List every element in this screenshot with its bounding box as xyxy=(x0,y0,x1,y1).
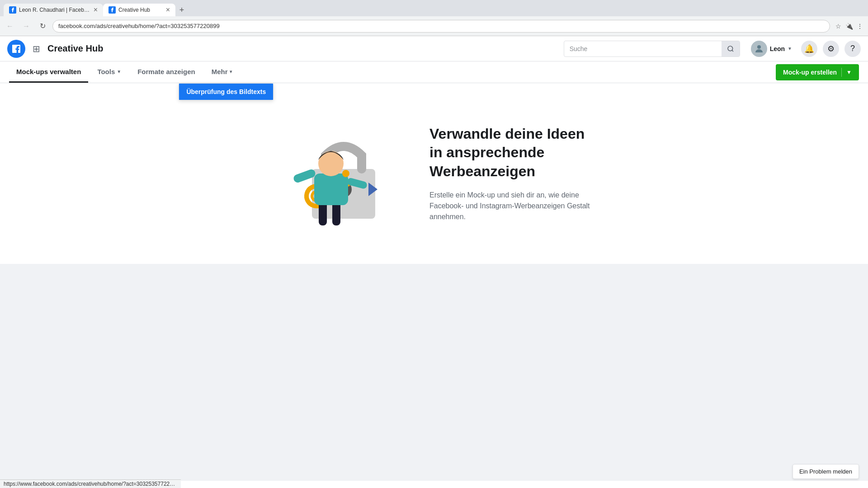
tab-1-favicon xyxy=(9,6,16,14)
create-button-arrow-icon: ▼ xyxy=(846,69,852,75)
svg-point-2 xyxy=(728,46,733,51)
hero-title: Verwandle deine Ideen in ansprechende We… xyxy=(429,125,601,181)
extension-icon[interactable]: 🔌 xyxy=(844,22,854,31)
search-bar xyxy=(564,41,740,57)
nav-manage-label: Mock-ups verwalten xyxy=(16,68,81,75)
hero-container: Verwandle deine Ideen in ansprechende We… xyxy=(267,110,601,237)
search-input[interactable] xyxy=(564,45,722,52)
browser-toolbar: ← → ↻ facebook.com/ads/creativehub/home/… xyxy=(0,16,868,36)
facebook-app: ⊞ Creative Hub Leon ▼ 🔔 ⚙ ? Mock-ups ver… xyxy=(0,36,868,488)
forward-button[interactable]: → xyxy=(20,20,33,33)
help-button[interactable]: ? xyxy=(844,41,861,57)
nav-formats-label: Formate anzeigen xyxy=(137,68,195,75)
main-content: Verwandle deine Ideen in ansprechende We… xyxy=(0,83,868,481)
svg-point-20 xyxy=(342,170,349,177)
create-mockup-button[interactable]: Mock-up erstellen ▼ xyxy=(776,64,859,80)
status-bar: https://www.facebook.com/ads/creativehub… xyxy=(0,479,181,488)
tools-chevron-icon: ▼ xyxy=(117,69,121,74)
dropdown-item-bildtext[interactable]: Überprüfung des Bildtexts xyxy=(179,84,273,100)
browser-actions: ☆ 🔌 ⋮ xyxy=(834,22,864,31)
browser-chrome: Leon R. Chaudhari | Facebook × Creative … xyxy=(0,0,868,36)
svg-rect-16 xyxy=(314,174,348,205)
svg-line-3 xyxy=(732,50,733,52)
nav-item-manage[interactable]: Mock-ups verwalten xyxy=(9,61,88,83)
avatar xyxy=(751,41,767,57)
report-problem-button[interactable]: Ein Problem melden xyxy=(793,464,859,479)
topnav-right: Leon ▼ 🔔 ⚙ ? xyxy=(747,39,861,59)
settings-icon[interactable]: ⋮ xyxy=(855,22,864,31)
browser-tab-1[interactable]: Leon R. Chaudhari | Facebook × xyxy=(4,4,103,16)
address-bar[interactable]: facebook.com/ads/creativehub/home/?act=3… xyxy=(52,20,830,33)
hero-section: Verwandle deine Ideen in ansprechende We… xyxy=(0,83,868,264)
back-button[interactable]: ← xyxy=(4,20,16,33)
browser-tab-2[interactable]: Creative Hub × xyxy=(103,4,175,16)
facebook-logo xyxy=(7,40,25,58)
nav-item-more[interactable]: Mehr ▾ xyxy=(204,61,239,83)
new-tab-button[interactable]: + xyxy=(175,4,188,16)
hero-description: Erstelle ein Mock-up und sieh dir an, wi… xyxy=(429,190,601,222)
user-chevron-icon: ▼ xyxy=(788,46,792,51)
tab-2-title: Creative Hub xyxy=(118,7,163,13)
tab-2-close[interactable]: × xyxy=(166,6,170,14)
topnav: ⊞ Creative Hub Leon ▼ 🔔 ⚙ ? xyxy=(0,36,868,61)
nav-item-formats[interactable]: Formate anzeigen xyxy=(130,61,203,83)
nav-tools-label: Tools xyxy=(97,68,115,75)
bookmark-icon[interactable]: ☆ xyxy=(834,22,843,31)
refresh-button[interactable]: ↻ xyxy=(36,20,49,33)
user-name: Leon xyxy=(770,45,785,52)
create-mockup-label: Mock-up erstellen xyxy=(783,69,837,76)
address-text: facebook.com/ads/creativehub/home/?act=3… xyxy=(58,23,220,29)
grid-icon[interactable]: ⊞ xyxy=(33,43,40,54)
tools-dropdown: Überprüfung des Bildtexts xyxy=(179,83,274,100)
tab-1-close[interactable]: × xyxy=(94,6,98,14)
secondary-nav: Mock-ups verwalten Tools ▼ Überprüfung d… xyxy=(0,61,868,83)
settings-button[interactable]: ⚙ xyxy=(823,41,839,57)
user-menu-button[interactable]: Leon ▼ xyxy=(747,39,796,59)
button-divider xyxy=(841,68,842,77)
browser-tabs: Leon R. Chaudhari | Facebook × Creative … xyxy=(0,0,868,16)
tab-1-title: Leon R. Chaudhari | Facebook xyxy=(19,7,91,13)
hero-text: Verwandle deine Ideen in ansprechende We… xyxy=(429,125,601,223)
svg-point-4 xyxy=(757,45,761,49)
tab-2-favicon xyxy=(108,6,116,14)
more-chevron-icon: ▾ xyxy=(230,69,232,74)
app-title: Creative Hub xyxy=(47,43,103,54)
search-button[interactable] xyxy=(722,41,740,57)
nav-more-label: Mehr xyxy=(212,68,228,75)
nav-item-tools[interactable]: Tools ▼ Überprüfung des Bildtexts xyxy=(90,61,128,83)
notifications-button[interactable]: 🔔 xyxy=(801,41,817,57)
hero-illustration xyxy=(267,110,393,237)
